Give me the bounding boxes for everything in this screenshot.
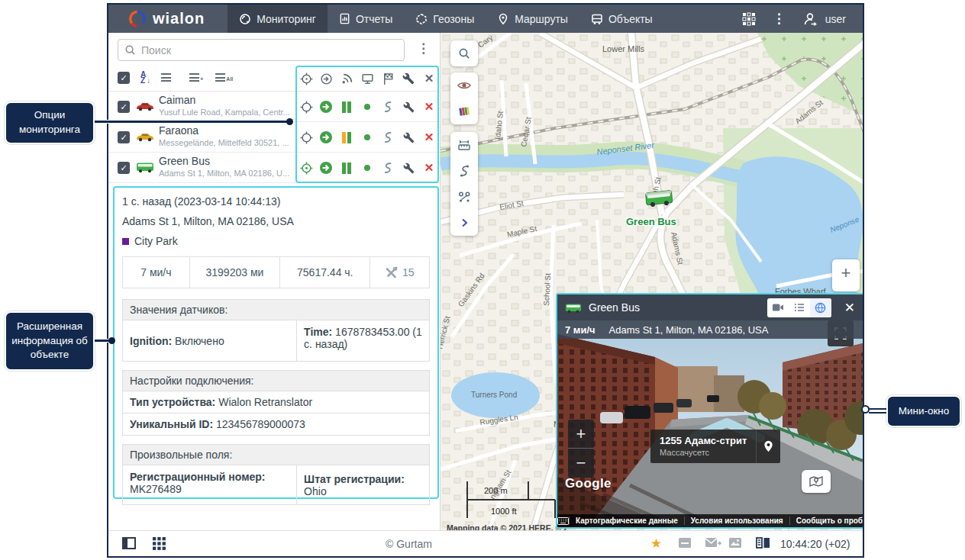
video-mode-icon[interactable]	[767, 298, 789, 317]
bar	[342, 163, 346, 174]
trips-flag-icon[interactable]	[381, 72, 395, 85]
google-footer-link[interactable]: Картографические данные	[569, 517, 684, 525]
gallery-icon[interactable]	[728, 537, 742, 549]
properties-wrench-icon[interactable]	[402, 72, 415, 85]
trace-icon[interactable]	[381, 100, 395, 114]
map-search-icon[interactable]	[450, 40, 478, 66]
scale-metric: 200 m	[484, 486, 508, 495]
app-window: wialon Мониторинг Отчеты Геозоны Маршрут…	[107, 3, 864, 558]
unit-location: Adams St 1, Milton, MA 02186, USA	[122, 215, 430, 227]
geofence-name: City Park	[134, 235, 178, 247]
properties-wrench-icon[interactable]	[402, 130, 415, 144]
map-pin-icon[interactable]	[756, 430, 780, 463]
user-menu[interactable]: user	[802, 11, 846, 27]
tab-routes[interactable]: Маршруты	[486, 5, 579, 33]
unit-checkbox[interactable]: ✓	[118, 131, 130, 143]
clock: 10:44:20 (+02)	[780, 538, 850, 550]
track-unit-icon[interactable]	[299, 72, 313, 85]
track-unit-icon[interactable]	[299, 100, 313, 114]
trace-icon[interactable]	[381, 130, 395, 144]
navbar-menu-icon[interactable]: ⋮	[773, 12, 786, 25]
visibility-eye-icon[interactable]	[450, 72, 478, 98]
unit-row-green-bus[interactable]: ✓ Green Bus Adams St 1, Milton, MA 02186…	[108, 153, 440, 183]
waypoints-icon[interactable]	[450, 184, 478, 210]
sensors-header: Значения датчиков:	[122, 299, 430, 320]
properties-wrench-icon[interactable]	[402, 161, 415, 175]
map-layers-icon[interactable]	[450, 98, 478, 124]
unit-row-faraona[interactable]: ✓ Faraona Messegeländе, Mittelfeld 30521…	[108, 122, 440, 153]
bar	[347, 163, 351, 174]
google-footer-link[interactable]: Условия использования	[684, 517, 789, 525]
connection-dot[interactable]	[360, 100, 374, 114]
wialon-logo[interactable]: wialon	[108, 5, 228, 33]
tab-reports[interactable]: Отчеты	[328, 5, 404, 33]
favorites-star-icon[interactable]: ★	[650, 536, 662, 552]
unit-checkbox[interactable]: ✓	[118, 162, 130, 174]
map-zoom-in-button[interactable]: +	[832, 259, 860, 291]
street-view-mode-icon[interactable]	[810, 298, 831, 317]
list-mode-icon[interactable]	[789, 298, 810, 317]
data-accuracy-icon[interactable]	[340, 72, 353, 85]
track-unit-icon[interactable]	[299, 161, 313, 175]
mini-window-status-bar: 7 ми/ч Adams St 1, Milton, MA 02186, USA	[557, 320, 863, 339]
notices-icon[interactable]	[678, 537, 692, 549]
unit-name: Caiman	[159, 94, 195, 106]
zoom-out-button[interactable]: −	[568, 448, 594, 476]
ruler-icon[interactable]	[450, 132, 478, 158]
unit-address: Messegeländе, Mittelfeld 30521, ...	[159, 138, 292, 147]
data-accuracy-bars[interactable]	[340, 161, 353, 175]
user-name: user	[825, 13, 846, 25]
monitoring-options-header: ✕	[108, 66, 440, 92]
data-accuracy-bars[interactable]	[340, 130, 353, 144]
mini-window: Green Bus ✕ 7 ми/ч Adams St 1, Milton, M…	[556, 293, 864, 529]
track-unit-icon[interactable]	[299, 130, 313, 144]
motion-state-icon[interactable]	[319, 100, 333, 114]
street-view-zoom: + −	[568, 420, 594, 478]
unit-row-caiman[interactable]: ✓ Caiman Yusuf Lule Road, Kampala, Centr…	[108, 92, 440, 122]
search-input[interactable]: Поиск	[118, 39, 405, 61]
google-footer-link[interactable]: Сообщить о проблеме	[789, 517, 864, 525]
google-logo: Google	[565, 476, 612, 491]
apps-grid-icon[interactable]	[742, 12, 756, 26]
properties-wrench-icon[interactable]	[402, 100, 415, 114]
motion-state-icon[interactable]	[319, 72, 333, 85]
callout-ring-mini-window	[861, 405, 870, 414]
remove-unit-icon[interactable]: ✕	[422, 100, 436, 114]
search-placeholder: Поиск	[141, 44, 171, 56]
keyboard-icon[interactable]	[557, 517, 569, 525]
device-type-row: Тип устройства: Wialon Retranslator	[122, 391, 430, 414]
data-accuracy-bars[interactable]	[340, 100, 353, 114]
unit-map-label: Green Bus	[626, 216, 676, 227]
collapse-panel-icon[interactable]	[122, 537, 136, 549]
unit-checkbox[interactable]: ✓	[118, 101, 130, 113]
mini-window-header[interactable]: Green Bus ✕	[557, 294, 863, 320]
unit-name: Faraona	[159, 124, 198, 137]
tab-geofences[interactable]: Геозоны	[404, 5, 486, 33]
connection-dot[interactable]	[360, 130, 374, 144]
connection-state-icon[interactable]	[360, 72, 374, 85]
motion-state-icon[interactable]	[319, 161, 333, 175]
expand-tools-chevron-icon[interactable]	[450, 210, 478, 236]
zoom-in-button[interactable]: +	[568, 420, 594, 448]
map-search-button[interactable]	[450, 40, 478, 66]
trace-icon[interactable]	[381, 161, 395, 175]
tab-units[interactable]: Объекты	[579, 5, 664, 33]
clear-list-icon[interactable]: ✕	[422, 72, 436, 85]
remove-unit-icon[interactable]: ✕	[422, 130, 436, 144]
callout-extended-info: Расширенная информация об объекте	[5, 311, 95, 371]
connection-dot[interactable]	[360, 161, 374, 175]
messages-icon[interactable]	[705, 537, 721, 549]
mini-window-close-icon[interactable]: ✕	[844, 300, 855, 316]
tab-label: Отчеты	[356, 13, 392, 25]
remove-unit-icon[interactable]: ✕	[422, 161, 436, 175]
toggle-minimap-button[interactable]	[802, 470, 831, 493]
layout-switch-icon[interactable]	[756, 537, 770, 549]
route-icon[interactable]	[450, 158, 478, 184]
list-menu-icon[interactable]: ⋮	[417, 42, 430, 55]
apps-bottom-icon[interactable]	[153, 537, 166, 550]
car-icon	[136, 100, 154, 112]
bus-icon	[136, 161, 154, 173]
tab-monitoring[interactable]: Мониторинг	[228, 5, 328, 33]
street-view-image[interactable]	[557, 320, 863, 527]
motion-state-icon[interactable]	[319, 130, 333, 144]
